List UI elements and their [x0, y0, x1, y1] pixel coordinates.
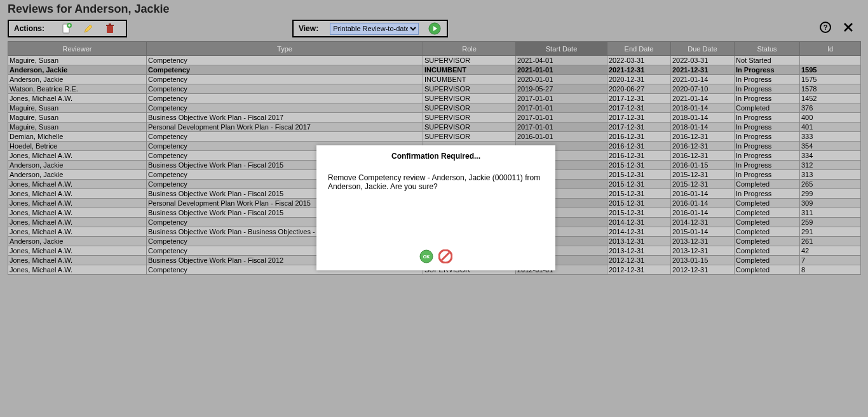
cell-id: 1452 — [800, 94, 861, 103]
svg-rect-3 — [106, 25, 114, 26]
column-header[interactable]: Start Date — [516, 42, 607, 56]
actions-label: Actions: — [14, 24, 44, 33]
cell-due: 2016-12-31 — [671, 132, 735, 142]
cell-status: Completed — [735, 180, 800, 189]
go-button[interactable] — [428, 22, 442, 36]
table-row[interactable]: Jones, Michael A.W.CompetencySUPERVISOR2… — [8, 94, 861, 103]
cell-reviewer: Anderson, Jackie — [8, 170, 147, 180]
cell-role: SUPERVISOR — [423, 84, 516, 94]
cell-role: SUPERVISOR — [423, 56, 516, 65]
cell-reviewer: Jones, Michael A.W. — [8, 256, 147, 265]
cell-status: In Progress — [735, 132, 800, 142]
cell-id: 1578 — [800, 84, 861, 94]
delete-button[interactable] — [103, 22, 117, 36]
cell-id: 1575 — [800, 75, 861, 84]
cell-reviewer: Jones, Michael A.W. — [8, 189, 147, 199]
table-row[interactable]: Watson, Beatrice R.E.CompetencySUPERVISO… — [8, 84, 861, 94]
column-header[interactable]: Due Date — [671, 42, 735, 56]
svg-rect-2 — [107, 26, 113, 33]
cell-due: 2016-01-15 — [671, 161, 735, 170]
cell-id: 265 — [800, 180, 861, 189]
cell-type: Competency — [147, 132, 423, 142]
cell-due: 2016-01-14 — [671, 208, 735, 218]
cell-reviewer: Jones, Michael A.W. — [8, 151, 147, 161]
cell-end: 2013-12-31 — [607, 237, 671, 246]
column-header[interactable]: Id — [800, 42, 861, 56]
cell-end: 2014-12-31 — [607, 218, 671, 227]
cell-reviewer: Maguire, Susan — [8, 122, 147, 132]
svg-text:?: ? — [824, 23, 828, 31]
cell-reviewer: Jones, Michael A.W. — [8, 246, 147, 256]
cell-reviewer: Jones, Michael A.W. — [8, 199, 147, 208]
column-header[interactable]: Role — [423, 42, 516, 56]
dialog-text: Remove Competency review - Anderson, Jac… — [316, 173, 555, 191]
cell-id: 311 — [800, 208, 861, 218]
edit-button[interactable] — [81, 22, 95, 36]
cell-end: 2015-12-31 — [607, 170, 671, 180]
cell-due: 2013-01-15 — [671, 256, 735, 265]
cell-reviewer: Jones, Michael A.W. — [8, 94, 147, 103]
cell-due: 2020-07-10 — [671, 84, 735, 94]
ok-circle-icon: OK — [419, 249, 433, 263]
dialog-title: Confirmation Required... — [316, 145, 555, 173]
cell-reviewer: Watson, Beatrice R.E. — [8, 84, 147, 94]
cell-reviewer: Anderson, Jackie — [8, 65, 147, 75]
cell-start: 2017-01-01 — [516, 122, 607, 132]
help-button[interactable]: ? — [820, 22, 831, 36]
cell-status: Completed — [735, 199, 800, 208]
view-select[interactable]: Printable Review-to-date — [330, 23, 419, 35]
cell-end: 2015-12-31 — [607, 208, 671, 218]
cell-status: In Progress — [735, 65, 800, 75]
table-row[interactable]: Maguire, SusanCompetencySUPERVISOR2021-0… — [8, 56, 861, 65]
cell-status: In Progress — [735, 122, 800, 132]
cell-role: SUPERVISOR — [423, 132, 516, 142]
table-row[interactable]: Maguire, SusanBusiness Objective Work Pl… — [8, 113, 861, 122]
cell-id: 313 — [800, 170, 861, 180]
cell-due: 2016-12-31 — [671, 151, 735, 161]
table-row[interactable]: Demian, MichelleCompetencySUPERVISOR2016… — [8, 132, 861, 142]
cell-role: SUPERVISOR — [423, 103, 516, 113]
cancel-button[interactable] — [438, 249, 452, 265]
cell-id: 261 — [800, 237, 861, 246]
cell-status: Completed — [735, 246, 800, 256]
cell-start: 2017-01-01 — [516, 94, 607, 103]
cell-status: In Progress — [735, 84, 800, 94]
cell-id: 8 — [800, 265, 861, 275]
cell-type: Competency — [147, 65, 423, 75]
table-row[interactable]: Maguire, SusanCompetencySUPERVISOR2017-0… — [8, 103, 861, 113]
column-header[interactable]: End Date — [607, 42, 671, 56]
cell-start: 2017-01-01 — [516, 103, 607, 113]
add-button[interactable] — [60, 22, 74, 36]
cell-id — [800, 56, 861, 65]
column-header[interactable]: Type — [147, 42, 423, 56]
cell-id: 1595 — [800, 65, 861, 75]
cell-status: Completed — [735, 103, 800, 113]
cell-start: 2019-05-27 — [516, 84, 607, 94]
toolbar: Actions: View: Printable Review-to-date — [0, 20, 868, 41]
close-icon — [843, 22, 854, 33]
cell-role: SUPERVISOR — [423, 94, 516, 103]
cell-type: Competency — [147, 56, 423, 65]
actions-panel: Actions: — [8, 20, 127, 37]
column-header[interactable]: Reviewer — [8, 42, 147, 56]
cell-due: 2021-01-14 — [671, 94, 735, 103]
cell-end: 2022-03-31 — [607, 56, 671, 65]
cell-reviewer: Maguire, Susan — [8, 103, 147, 113]
table-row[interactable]: Anderson, JackieCompetencyINCUMBENT2021-… — [8, 65, 861, 75]
cell-due: 2013-12-31 — [671, 246, 735, 256]
cell-reviewer: Maguire, Susan — [8, 113, 147, 122]
cell-status: In Progress — [735, 94, 800, 103]
cell-status: Not Started — [735, 56, 800, 65]
close-button[interactable] — [843, 22, 854, 36]
ok-button[interactable]: OK — [419, 249, 433, 265]
table-row[interactable]: Maguire, SusanPersonal Development Plan … — [8, 122, 861, 132]
cell-end: 2016-12-31 — [607, 142, 671, 151]
cell-status: In Progress — [735, 151, 800, 161]
table-row[interactable]: Anderson, JackieCompetencyINCUMBENT2020-… — [8, 75, 861, 84]
column-header[interactable]: Status — [735, 42, 800, 56]
view-label: View: — [299, 24, 318, 33]
page-plus-icon — [61, 23, 72, 34]
cell-due: 2015-12-31 — [671, 180, 735, 189]
cell-reviewer: Demian, Michelle — [8, 132, 147, 142]
svg-text:OK: OK — [423, 255, 430, 259]
